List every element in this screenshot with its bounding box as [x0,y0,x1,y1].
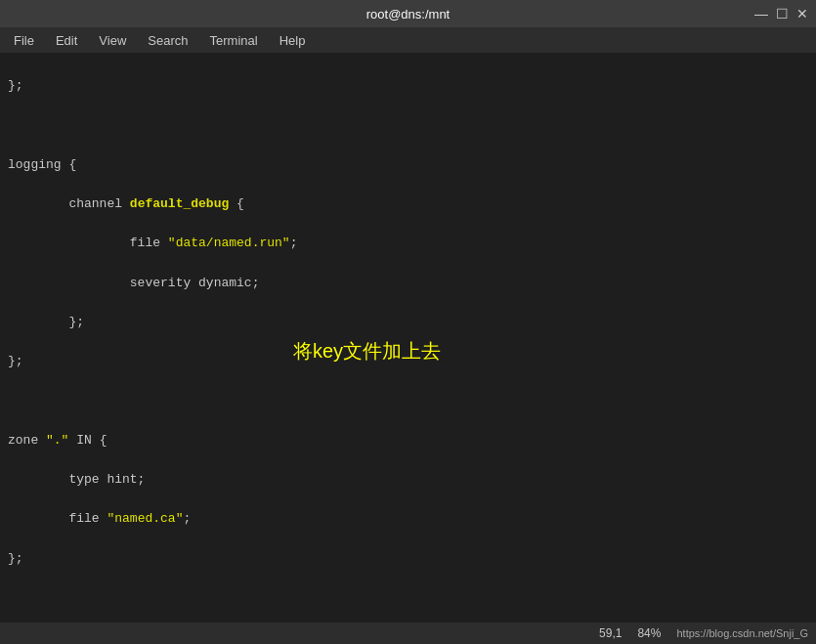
code-line: file "named.ca"; [8,509,808,529]
code-line: }; [8,313,808,332]
code-line: }; [8,76,808,96]
maximize-button[interactable]: ☐ [776,7,789,21]
code-line: type hint; [8,470,808,490]
scroll-percent: 84% [637,626,661,640]
window-controls: — ☐ ✕ [754,7,808,21]
menu-edit[interactable]: Edit [46,31,87,50]
code-line [8,588,808,608]
code-line: logging { [8,155,808,175]
status-bar: 59,1 84% https://blog.csdn.net/Snji_G [0,623,816,644]
code-line: }; [8,549,808,569]
close-button[interactable]: ✕ [796,7,808,21]
editor-area[interactable]: }; logging { channel default_debug { fil… [0,53,816,623]
title-bar: root@dns:/mnt — ☐ ✕ [0,0,816,27]
menu-view[interactable]: View [89,31,136,50]
window-title: root@dns:/mnt [366,7,450,21]
code-line [8,115,808,135]
code-line: zone "." IN { [8,431,808,451]
code-line: channel default_debug { [8,194,808,214]
menu-search[interactable]: Search [138,31,197,50]
menu-help[interactable]: Help [270,31,316,50]
code-line [8,391,808,410]
menu-terminal[interactable]: Terminal [200,31,268,50]
code-content: }; logging { channel default_debug { fil… [8,57,808,623]
menu-file[interactable]: File [4,31,44,50]
code-line: }; [8,352,808,371]
cursor-position: 59,1 [599,626,622,640]
menu-bar: File Edit View Search Terminal Help [0,27,816,53]
minimize-button[interactable]: — [754,7,768,21]
terminal-window: root@dns:/mnt — ☐ ✕ File Edit View Searc… [0,0,816,644]
code-line: severity dynamic; [8,274,808,293]
code-line: file "data/named.run"; [8,234,808,253]
url-label: https://blog.csdn.net/Snji_G [676,627,808,639]
